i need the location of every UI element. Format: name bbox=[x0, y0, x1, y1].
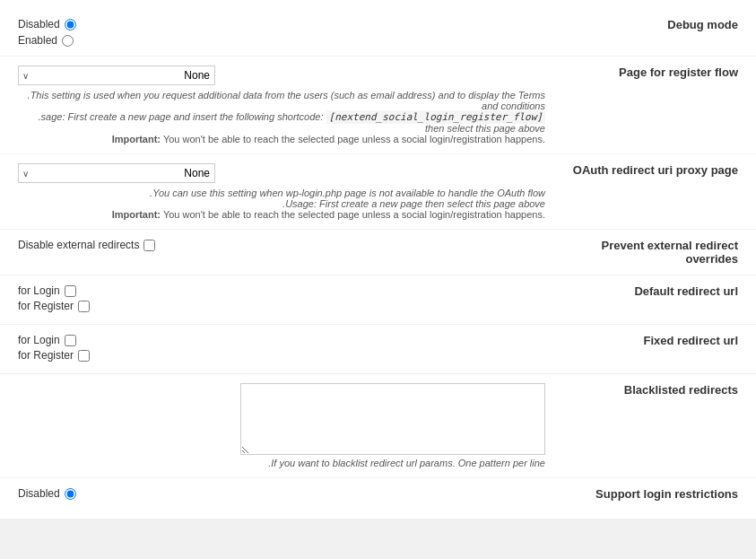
debug-mode-enabled-radio[interactable] bbox=[62, 35, 74, 47]
blacklisted-redirects-controls: .If you want to blacklist redirect url p… bbox=[18, 383, 559, 468]
oauth-redirect-label: OAuth redirect uri proxy page bbox=[559, 163, 738, 177]
default-redirect-register-checkbox[interactable] bbox=[78, 301, 90, 312]
default-redirect-register-item: for Register bbox=[18, 300, 545, 312]
blacklisted-redirects-desc: .If you want to blacklist redirect url p… bbox=[18, 458, 545, 468]
blacklisted-redirects-label: Blacklisted redirects bbox=[559, 383, 738, 397]
oauth-redirect-desc2: .Usage: First create a new page then sel… bbox=[18, 198, 545, 209]
debug-mode-disabled-radio[interactable] bbox=[65, 19, 76, 31]
debug-mode-enabled-item: Enabled bbox=[18, 34, 74, 47]
page-register-flow-shortcode: [nextend_social_login_register_flow] bbox=[326, 110, 545, 124]
support-login-radio-group: Disabled bbox=[18, 487, 545, 500]
oauth-redirect-select-container: None bbox=[18, 163, 215, 183]
page-register-flow-desc1: .This setting is used when you request a… bbox=[18, 90, 545, 111]
page-register-flow-select-container: None bbox=[18, 66, 215, 85]
debug-mode-enabled-label: Enabled bbox=[18, 34, 57, 47]
fixed-redirect-register-item: for Register bbox=[18, 349, 545, 362]
default-redirect-url-label: Default redirect url bbox=[559, 284, 738, 298]
oauth-redirect-controls: None .You can use this setting when wp-l… bbox=[18, 163, 559, 220]
settings-container: Disabled Enabled Debug mode None .This s… bbox=[0, 0, 756, 519]
support-login-disabled-radio[interactable] bbox=[65, 488, 76, 500]
prevent-external-redirect-label: Prevent external redirect overrides bbox=[559, 239, 738, 266]
fixed-redirect-register-label: for Register bbox=[18, 349, 74, 362]
fixed-redirect-url-controls: for Login for Register bbox=[18, 334, 559, 364]
oauth-redirect-important: Important: You won't be able to reach th… bbox=[18, 209, 545, 220]
support-login-disabled-item: Disabled bbox=[18, 487, 76, 500]
support-login-restrictions-row: Disabled Support login restrictions bbox=[0, 478, 756, 510]
blacklisted-redirects-textarea[interactable] bbox=[240, 383, 545, 455]
support-login-disabled-label: Disabled bbox=[18, 487, 60, 500]
disable-external-redirects-label: Disable external redirects bbox=[18, 239, 139, 251]
page-register-flow-select[interactable]: None bbox=[18, 66, 215, 85]
page-register-flow-row: None .This setting is used when you requ… bbox=[0, 57, 756, 154]
oauth-redirect-row: None .You can use this setting when wp-l… bbox=[0, 154, 756, 230]
fixed-redirect-login-item: for Login bbox=[18, 334, 545, 346]
default-redirect-login-checkbox[interactable] bbox=[65, 285, 76, 297]
page-register-flow-important: Important: You won't be able to reach th… bbox=[18, 134, 545, 144]
debug-mode-disabled-item: Disabled bbox=[18, 18, 76, 31]
fixed-redirect-url-label: Fixed redirect url bbox=[559, 334, 738, 347]
page-register-flow-label: Page for register flow bbox=[559, 66, 738, 79]
debug-mode-disabled-label: Disabled bbox=[18, 18, 60, 31]
prevent-external-redirect-row: Disable external redirects Prevent exter… bbox=[0, 230, 756, 275]
prevent-external-redirect-controls: Disable external redirects bbox=[18, 239, 559, 254]
support-login-restrictions-controls: Disabled bbox=[18, 487, 559, 500]
disable-external-redirects-checkbox[interactable] bbox=[143, 240, 155, 251]
debug-mode-row: Disabled Enabled Debug mode bbox=[0, 9, 756, 57]
fixed-redirect-url-row: for Login for Register Fixed redirect ur… bbox=[0, 325, 756, 374]
support-login-restrictions-label: Support login restrictions bbox=[559, 487, 738, 501]
oauth-redirect-select[interactable]: None bbox=[18, 163, 215, 183]
oauth-redirect-select-wrapper: None bbox=[18, 163, 545, 183]
blacklisted-redirects-row: .If you want to blacklist redirect url p… bbox=[0, 374, 756, 478]
page-register-flow-desc2: .sage: First create a new page and inser… bbox=[18, 111, 545, 134]
fixed-redirect-login-checkbox[interactable] bbox=[65, 335, 76, 346]
default-redirect-url-controls: for Login for Register bbox=[18, 284, 559, 315]
debug-mode-controls: Disabled Enabled bbox=[18, 18, 559, 47]
default-redirect-login-label: for Login bbox=[18, 284, 60, 297]
page-register-flow-select-wrapper: None bbox=[18, 66, 545, 85]
disable-external-redirects-item: Disable external redirects bbox=[18, 239, 545, 251]
debug-mode-radio-group: Disabled Enabled bbox=[18, 18, 545, 47]
debug-mode-label: Debug mode bbox=[559, 18, 738, 31]
fixed-redirect-register-checkbox[interactable] bbox=[78, 350, 90, 362]
fixed-redirect-login-label: for Login bbox=[18, 334, 60, 346]
page-register-flow-controls: None .This setting is used when you requ… bbox=[18, 66, 559, 144]
default-redirect-login-item: for Login bbox=[18, 284, 545, 297]
oauth-redirect-desc1: .You can use this setting when wp-login.… bbox=[18, 188, 545, 198]
default-redirect-url-row: for Login for Register Default redirect … bbox=[0, 275, 756, 325]
default-redirect-register-label: for Register bbox=[18, 300, 74, 312]
